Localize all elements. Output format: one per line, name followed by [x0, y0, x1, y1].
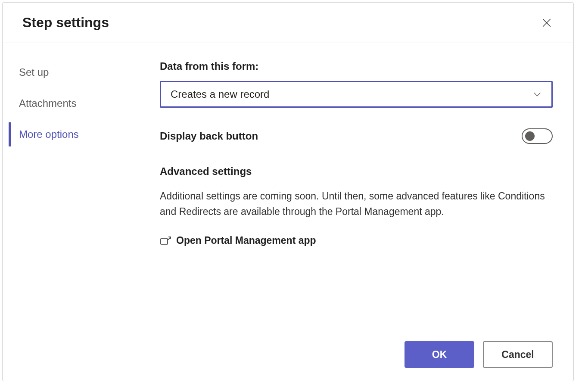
data-from-form-select[interactable]: Creates a new record	[160, 81, 553, 108]
sidebar-item-more-options[interactable]: More options	[9, 122, 136, 146]
select-value: Creates a new record	[171, 88, 269, 100]
step-settings-dialog: Step settings Set up Attachments More op…	[2, 2, 574, 381]
display-back-button-toggle[interactable]	[522, 128, 553, 144]
close-button[interactable]	[540, 16, 554, 30]
dialog-body: Set up Attachments More options Data fro…	[3, 43, 573, 328]
ok-button-label: OK	[432, 349, 447, 361]
open-external-icon	[160, 236, 171, 246]
advanced-settings-title: Advanced settings	[160, 165, 553, 177]
dialog-header: Step settings	[3, 3, 573, 43]
advanced-settings-body: Additional settings are coming soon. Unt…	[160, 189, 553, 219]
display-back-button-label: Display back button	[160, 130, 258, 142]
content-area: Data from this form: Creates a new recor…	[136, 60, 573, 328]
svg-line-3	[168, 237, 171, 240]
ok-button[interactable]: OK	[405, 341, 474, 368]
svg-rect-2	[161, 239, 168, 244]
sidebar-item-label: Set up	[19, 66, 49, 78]
close-icon	[541, 17, 552, 28]
toggle-knob	[525, 131, 535, 141]
sidebar-item-attachments[interactable]: Attachments	[9, 91, 136, 115]
open-portal-management-link[interactable]: Open Portal Management app	[160, 235, 553, 246]
chevron-down-icon	[532, 90, 542, 99]
dialog-title: Step settings	[22, 15, 109, 31]
dialog-footer: OK Cancel	[3, 328, 573, 381]
open-portal-management-text: Open Portal Management app	[176, 235, 316, 246]
sidebar-item-label: Attachments	[19, 97, 76, 109]
sidebar-item-set-up[interactable]: Set up	[9, 60, 136, 84]
display-back-button-row: Display back button	[160, 128, 553, 144]
sidebar: Set up Attachments More options	[3, 60, 136, 328]
cancel-button-label: Cancel	[501, 349, 534, 361]
data-from-form-label: Data from this form:	[160, 60, 553, 72]
sidebar-item-label: More options	[19, 128, 79, 140]
cancel-button[interactable]: Cancel	[483, 341, 553, 368]
